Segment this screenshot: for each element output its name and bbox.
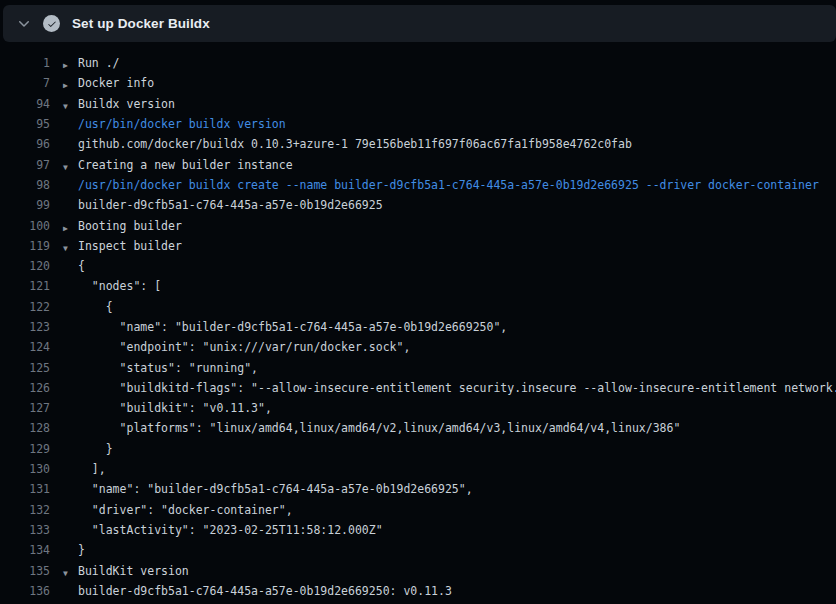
line-number[interactable]: 129 <box>0 442 50 456</box>
log-row: 96github.com/docker/buildx 0.10.3+azure-… <box>0 134 836 154</box>
log-group-title[interactable]: ▼Buildx version <box>78 97 175 111</box>
log-row: 126 "buildkitd-flags": "--allow-insecure… <box>0 378 836 398</box>
log-row: 120{ <box>0 256 836 276</box>
line-number[interactable]: 119 <box>0 239 50 253</box>
line-number[interactable]: 126 <box>0 381 50 395</box>
log-command-text: /usr/bin/docker buildx version <box>78 117 286 131</box>
line-number[interactable]: 127 <box>0 401 50 415</box>
line-number[interactable]: 133 <box>0 523 50 537</box>
log-group-row[interactable]: 1▶Run ./ <box>0 53 836 73</box>
log-row: 125 "status": "running", <box>0 357 836 377</box>
log-text: "lastActivity": "2023-02-25T11:58:12.000… <box>78 523 383 537</box>
log-group-row[interactable]: 7▶Docker info <box>0 73 836 93</box>
log-row: 123 "name": "builder-d9cfb5a1-c764-445a-… <box>0 317 836 337</box>
step-header[interactable]: Set up Docker Buildx <box>3 5 836 42</box>
log-group-title[interactable]: ▶Run ./ <box>78 56 120 70</box>
line-number[interactable]: 95 <box>0 117 50 131</box>
line-number[interactable]: 97 <box>0 158 50 172</box>
log-row: 130 ], <box>0 459 836 479</box>
log-group-title[interactable]: ▶Booting builder <box>78 219 182 233</box>
log-row: 98/usr/bin/docker buildx create --name b… <box>0 175 836 195</box>
log-row: 99builder-d9cfb5a1-c764-445a-a57e-0b19d2… <box>0 195 836 215</box>
log-group-row[interactable]: 97▼Creating a new builder instance <box>0 154 836 174</box>
log-row: 134} <box>0 540 836 560</box>
line-number[interactable]: 130 <box>0 462 50 476</box>
line-number[interactable]: 135 <box>0 564 50 578</box>
triangle-down-icon[interactable]: ▼ <box>63 97 75 117</box>
line-number[interactable]: 128 <box>0 421 50 435</box>
line-number[interactable]: 131 <box>0 482 50 496</box>
log-text: builder-d9cfb5a1-c764-445a-a57e-0b19d2e6… <box>78 198 383 212</box>
line-number[interactable]: 121 <box>0 279 50 293</box>
log-text: "buildkit": "v0.11.3", <box>78 401 272 415</box>
log-group-row[interactable]: 119▼Inspect builder <box>0 236 836 256</box>
log-text: { <box>78 259 85 273</box>
log-group-row[interactable]: 135▼BuildKit version <box>0 560 836 580</box>
log-text: "name": "builder-d9cfb5a1-c764-445a-a57e… <box>78 320 507 334</box>
line-number[interactable]: 136 <box>0 584 50 598</box>
log-row: 127 "buildkit": "v0.11.3", <box>0 398 836 418</box>
triangle-right-icon[interactable]: ▶ <box>63 219 75 239</box>
line-number[interactable]: 123 <box>0 320 50 334</box>
log-row: 95/usr/bin/docker buildx version <box>0 114 836 134</box>
log-row: 121 "nodes": [ <box>0 276 836 296</box>
log-row: 131 "name": "builder-d9cfb5a1-c764-445a-… <box>0 479 836 499</box>
log-row: 129 } <box>0 439 836 459</box>
log-group-title[interactable]: ▼Inspect builder <box>78 239 182 253</box>
log-text: "endpoint": "unix:///var/run/docker.sock… <box>78 340 410 354</box>
log-command-text: /usr/bin/docker buildx create --name bui… <box>78 178 819 192</box>
log-text: "driver": "docker-container", <box>78 503 293 517</box>
line-number[interactable]: 124 <box>0 340 50 354</box>
check-circle-icon <box>43 15 60 32</box>
line-number[interactable]: 99 <box>0 198 50 212</box>
triangle-right-icon[interactable]: ▶ <box>63 56 75 76</box>
triangle-right-icon[interactable]: ▶ <box>63 76 75 96</box>
log-row: 132 "driver": "docker-container", <box>0 500 836 520</box>
step-title: Set up Docker Buildx <box>72 16 210 31</box>
log-group-title[interactable]: ▼BuildKit version <box>78 564 189 578</box>
line-number[interactable]: 96 <box>0 137 50 151</box>
log-row: 122 { <box>0 297 836 317</box>
line-number[interactable]: 125 <box>0 361 50 375</box>
log-text: ], <box>78 462 106 476</box>
log-group-title[interactable]: ▼Creating a new builder instance <box>78 158 293 172</box>
log-group-row[interactable]: 94▼Buildx version <box>0 94 836 114</box>
log-text: "buildkitd-flags": "--allow-insecure-ent… <box>78 381 836 395</box>
triangle-down-icon[interactable]: ▼ <box>63 239 75 259</box>
line-number[interactable]: 98 <box>0 178 50 192</box>
log-row: 128 "platforms": "linux/amd64,linux/amd6… <box>0 418 836 438</box>
line-number[interactable]: 120 <box>0 259 50 273</box>
triangle-down-icon[interactable]: ▼ <box>63 158 75 178</box>
line-number[interactable]: 122 <box>0 300 50 314</box>
log-text: "platforms": "linux/amd64,linux/amd64/v2… <box>78 421 680 435</box>
line-number[interactable]: 134 <box>0 543 50 557</box>
log-group-title[interactable]: ▶Docker info <box>78 76 154 90</box>
log-group-row[interactable]: 100▶Booting builder <box>0 215 836 235</box>
log-lines: 1▶Run ./7▶Docker info94▼Buildx version95… <box>0 53 836 601</box>
log-row: 136builder-d9cfb5a1-c764-445a-a57e-0b19d… <box>0 581 836 601</box>
log-row: 124 "endpoint": "unix:///var/run/docker.… <box>0 337 836 357</box>
line-number[interactable]: 100 <box>0 219 50 233</box>
log-text: github.com/docker/buildx 0.10.3+azure-1 … <box>78 137 632 151</box>
log-text: { <box>78 300 113 314</box>
chevron-down-icon[interactable] <box>16 16 32 32</box>
line-number[interactable]: 7 <box>0 76 50 90</box>
log-text: } <box>78 442 113 456</box>
log-viewer: 1▶Run ./7▶Docker info94▼Buildx version95… <box>0 42 836 604</box>
log-text: builder-d9cfb5a1-c764-445a-a57e-0b19d2e6… <box>78 584 452 598</box>
line-number[interactable]: 94 <box>0 97 50 111</box>
line-number[interactable]: 1 <box>0 56 50 70</box>
log-text: "name": "builder-d9cfb5a1-c764-445a-a57e… <box>78 482 473 496</box>
log-row: 133 "lastActivity": "2023-02-25T11:58:12… <box>0 520 836 540</box>
log-text: } <box>78 543 85 557</box>
log-text: "nodes": [ <box>78 279 161 293</box>
line-number[interactable]: 132 <box>0 503 50 517</box>
log-text: "status": "running", <box>78 361 258 375</box>
triangle-down-icon[interactable]: ▼ <box>63 564 75 584</box>
